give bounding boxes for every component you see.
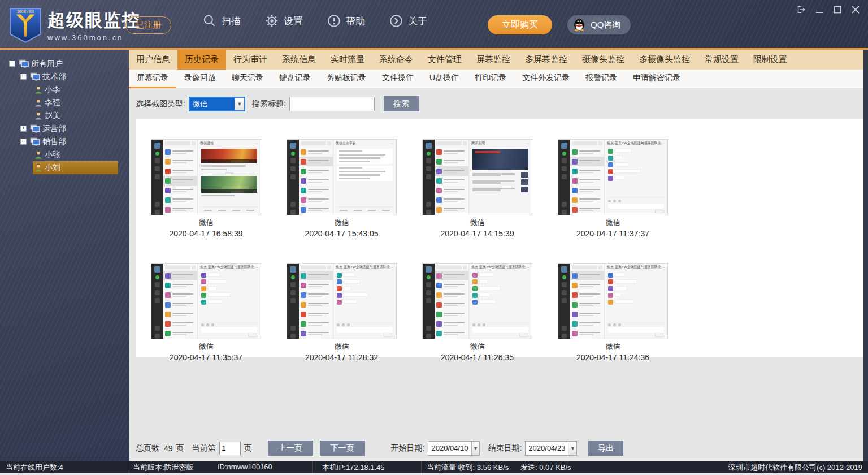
sub-tab-录像回放[interactable]: 录像回放 [176,70,224,88]
main-tab-限制设置[interactable]: 限制设置 [746,50,795,70]
about-button[interactable]: 关于 [389,14,427,28]
sidebar-item-小张[interactable]: 小张 [33,148,118,161]
chat-message [337,286,393,291]
chevron-down-icon[interactable]: ▼ [568,442,576,455]
sub-tab-打印记录[interactable]: 打印记录 [467,70,514,88]
chat-search-box [572,141,597,145]
wechat-screenshot-thumbnail[interactable]: 焦点-蓝奥YW全场团建与服务团队业务 (28)⋯ [558,139,668,215]
main-tab-实时流量[interactable]: 实时流量 [323,50,372,70]
message-bubble [344,300,357,304]
sub-tab-聊天记录[interactable]: 聊天记录 [224,70,271,88]
chevron-down-icon[interactable]: ▼ [471,442,480,455]
main-tab-多屏幕监控[interactable]: 多屏幕监控 [518,50,575,70]
chat-avatar [572,188,578,193]
sidebar-item-小刘[interactable]: 小刘 [33,161,118,174]
main-tab-多摄像头监控[interactable]: 多摄像头监控 [632,50,697,70]
sidebar-item-赵美[interactable]: 赵美 [33,109,118,122]
logout-icon[interactable] [796,5,806,15]
wechat-screenshot-thumbnail[interactable]: 焦点-蓝奥YW全场团建与服务团队业务 (28)⋯ [151,263,261,339]
wechat-avatar [154,266,160,273]
sidebar-item-技术部[interactable]: −技术部 [0,70,129,83]
chat-message [472,286,528,291]
main-tab-常规设置[interactable]: 常规设置 [697,50,746,70]
sidebar-item-销售部[interactable]: −销售部 [0,135,129,148]
main-tab-历史记录[interactable]: 历史记录 [177,50,226,70]
sub-tab-键盘记录[interactable]: 键盘记录 [271,70,319,88]
sidebar-item-小李[interactable]: 小李 [33,83,118,96]
chat-avatar [301,188,306,193]
minimize-icon[interactable] [815,5,824,15]
tree-expander-icon[interactable]: − [9,61,15,67]
sub-tab-U盘操作[interactable]: U盘操作 [422,70,467,88]
main-tab-行为审计[interactable]: 行为审计 [226,50,275,70]
sub-tab-申请解密记录[interactable]: 申请解密记录 [625,70,688,88]
computer-group-icon [30,137,41,146]
main-tab-系统信息[interactable]: 系统信息 [275,50,323,70]
search-button[interactable]: 搜索 [384,96,419,111]
buy-now-button[interactable]: 立即购买 [488,15,552,34]
chat-list-row [163,319,197,329]
settings-button[interactable]: 设置 [264,14,303,28]
qq-consult-button[interactable]: QQ咨询 [567,15,631,34]
next-page-button[interactable]: 下一页 [320,441,365,456]
chat-list-row [435,176,468,185]
sidebar-item-李强[interactable]: 李强 [33,96,118,109]
main-tab-屏幕监控[interactable]: 屏幕监控 [469,50,518,70]
chat-preview-line [308,172,322,173]
close-icon[interactable] [851,5,860,14]
main-tab-系统命令[interactable]: 系统命令 [372,50,420,70]
current-page-input[interactable] [219,442,241,455]
sub-tab-文件外发记录[interactable]: 文件外发记录 [514,70,578,88]
sub-tab-屏幕记录[interactable]: 屏幕记录 [129,70,176,88]
chat-preview-line [579,315,593,316]
search-title-input[interactable] [289,97,375,111]
rail-icon [426,202,431,207]
wechat-screenshot-thumbnail[interactable]: 焦点-蓝奥YW全场团建与服务团队业务 (28)⋯ [287,263,397,339]
main-tab-摄像头监控[interactable]: 摄像头监控 [575,50,632,70]
tree-node-label: 小张 [45,150,60,160]
screenshot-cell: 焦点-蓝奥YW全场团建与服务团队业务 (28)⋯微信2020-04-17 11:… [558,263,693,362]
wechat-screenshot-thumbnail[interactable]: 焦点-蓝奥YW全场团建与服务团队业务 (28)⋯ [558,263,668,339]
text-line [472,175,501,176]
prev-page-button[interactable]: 上一页 [268,441,313,456]
status-divider [421,461,422,473]
main-tab-用户信息[interactable]: 用户信息 [129,50,177,70]
chat-list-row [435,300,468,309]
sidebar-item-运营部[interactable]: +运营部 [0,122,129,135]
chat-preview-line [308,277,322,278]
export-button[interactable]: 导出 [588,441,623,456]
rail-icon [562,210,567,215]
maximize-icon[interactable] [833,5,842,14]
help-button[interactable]: 帮助 [327,14,365,28]
end-date-select[interactable]: 2020/04/23 ▼ [525,441,577,456]
scan-button[interactable]: 扫描 [202,14,241,28]
computer-group-icon [19,59,29,68]
tree-expander-icon[interactable]: − [20,74,27,80]
chat-list-row [570,166,604,176]
tree-expander-icon[interactable]: + [20,126,27,132]
chevron-down-icon[interactable]: ▼ [235,98,244,110]
wechat-screenshot-thumbnail[interactable]: 微信公众平台⋯ [287,139,397,215]
sidebar-item-所有用户[interactable]: −所有用户 [0,57,129,70]
add-chat-icon [192,141,196,145]
start-date-select[interactable]: 2020/04/10 ▼ [428,441,480,456]
thumbnail-time: 2020-04-17 16:58:39 [151,229,261,238]
wechat-screenshot-thumbnail[interactable]: 焦点-蓝奥YW全场团建与服务团队业务 (28)⋯ [422,263,532,339]
results-panel: 微信游戏⋯微信2020-04-17 16:58:39微信公众平台⋯微信2020-… [136,119,863,357]
chat-text [444,322,467,326]
chat-list-row [299,147,333,157]
wechat-screenshot-thumbnail[interactable]: 腾讯新闻⋯ [422,139,532,215]
rail-icon [290,326,296,331]
tree-expander-icon[interactable]: − [20,139,27,145]
chat-avatar [165,321,171,327]
sub-tab-剪贴板记录[interactable]: 剪贴板记录 [319,70,374,88]
sub-tab-报警记录[interactable]: 报警记录 [578,70,625,88]
wechat-screenshot-thumbnail[interactable]: 微信游戏⋯ [151,139,261,215]
chat-text [579,274,602,278]
rail-icon [426,298,431,303]
main-tab-文件管理[interactable]: 文件管理 [420,50,469,70]
search-title-label: 搜索标题: [252,99,286,109]
sub-tab-文件操作[interactable]: 文件操作 [374,70,422,88]
chat-preview-line [172,191,186,192]
screenshot-type-select[interactable]: 微信 ▼ [189,97,245,111]
